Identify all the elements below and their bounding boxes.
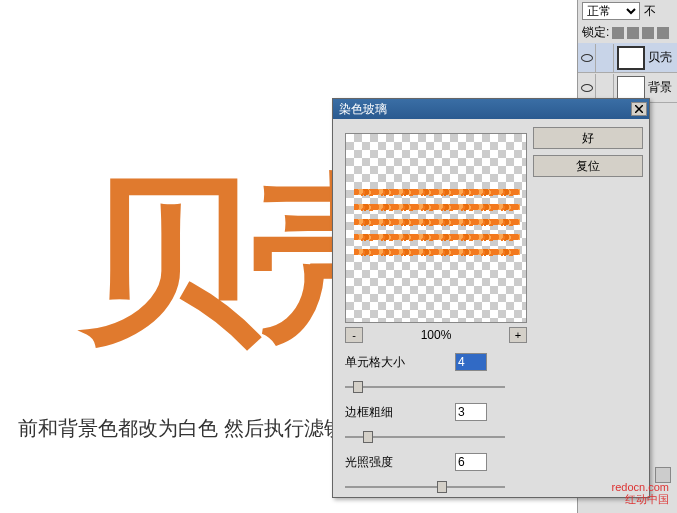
eye-icon — [581, 54, 593, 62]
filter-preview[interactable] — [345, 133, 527, 323]
lock-all-icon[interactable] — [657, 27, 669, 39]
slider-thumb[interactable] — [363, 431, 373, 443]
cell-size-slider[interactable] — [345, 379, 505, 395]
lock-transparent-icon[interactable] — [612, 27, 624, 39]
layer-name: 贝壳 — [648, 49, 672, 66]
close-button[interactable] — [631, 102, 647, 116]
watermark: redocn.com 红动中国 — [612, 481, 669, 505]
slider-thumb[interactable] — [437, 481, 447, 493]
layer-thumbnail[interactable] — [617, 76, 645, 100]
light-intensity-input[interactable] — [455, 453, 487, 471]
opacity-label: 不 — [644, 3, 656, 20]
dialog-titlebar[interactable]: 染色玻璃 — [333, 99, 649, 119]
reset-button[interactable]: 复位 — [533, 155, 643, 177]
light-intensity-slider[interactable] — [345, 479, 505, 495]
layer-row[interactable]: 贝壳 — [578, 43, 677, 73]
zoom-value: 100% — [421, 328, 452, 342]
slider-thumb[interactable] — [353, 381, 363, 393]
visibility-toggle[interactable] — [578, 44, 596, 72]
cell-size-input[interactable] — [455, 353, 487, 371]
link-toggle[interactable] — [596, 44, 614, 72]
layer-thumbnail[interactable] — [617, 46, 645, 70]
dialog-title: 染色玻璃 — [339, 101, 387, 118]
cell-size-label: 单元格大小 — [345, 354, 455, 371]
zoom-in-button[interactable]: + — [509, 327, 527, 343]
lock-move-icon[interactable] — [642, 27, 654, 39]
eye-icon — [581, 84, 593, 92]
lock-label: 锁定: — [582, 24, 609, 41]
light-intensity-label: 光照强度 — [345, 454, 455, 471]
close-icon — [635, 105, 643, 113]
stained-glass-dialog: 染色玻璃 好 复位 - 100% + 单元格大小 边框粗细 光照强度 — [332, 98, 650, 498]
lock-paint-icon[interactable] — [627, 27, 639, 39]
zoom-out-button[interactable]: - — [345, 327, 363, 343]
ok-button[interactable]: 好 — [533, 127, 643, 149]
blend-mode-select[interactable]: 正常 — [582, 2, 640, 20]
preview-pattern — [354, 189, 520, 259]
layer-name: 背景 — [648, 79, 672, 96]
border-thickness-slider[interactable] — [345, 429, 505, 445]
border-thickness-label: 边框粗细 — [345, 404, 455, 421]
border-thickness-input[interactable] — [455, 403, 487, 421]
